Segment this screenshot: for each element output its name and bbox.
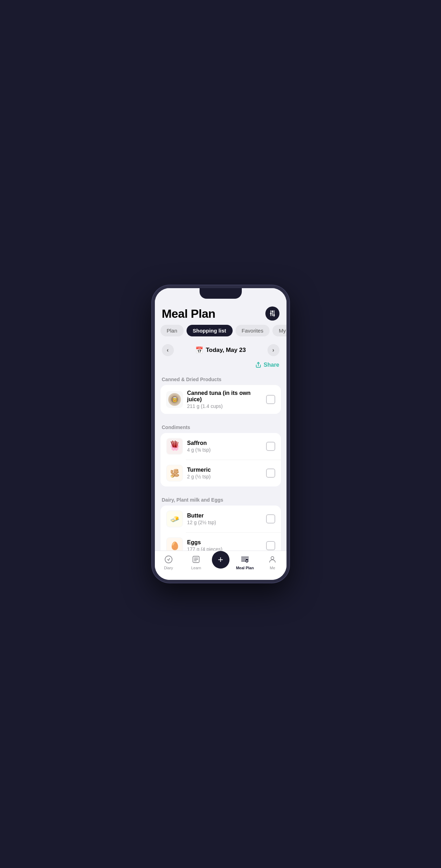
tab-shopping[interactable]: Shopping list bbox=[187, 325, 233, 336]
share-row: Share bbox=[155, 360, 286, 372]
checkbox-tuna[interactable] bbox=[266, 395, 275, 404]
add-button[interactable]: + bbox=[212, 551, 229, 569]
list-item: 🥫 Canned tuna (in its own juice) 211 g (… bbox=[160, 385, 281, 414]
item-text-butter: Butter 12 g (2½ tsp) bbox=[187, 513, 262, 525]
section-header-canned: Canned & Dried Products bbox=[155, 372, 286, 385]
item-text-tuna: Canned tuna (in its own juice) 211 g (1.… bbox=[187, 390, 262, 409]
item-image-butter: 🧈 bbox=[166, 510, 183, 527]
list-item: 🥚 Eggs 177 g (4 pieces) bbox=[160, 532, 281, 551]
header: Meal Plan bbox=[155, 304, 286, 325]
page-title: Meal Plan bbox=[162, 307, 215, 321]
phone-frame: Meal Plan Plan bbox=[152, 285, 289, 583]
card-canned: 🥫 Canned tuna (in its own juice) 211 g (… bbox=[160, 385, 281, 414]
card-condiments: 🌸 Saffron 4 g (¾ tsp) bbox=[160, 433, 281, 486]
item-text-turmeric: Turmeric 2 g (½ tsp) bbox=[187, 467, 262, 479]
item-name: Butter bbox=[187, 513, 262, 519]
me-icon bbox=[267, 554, 277, 564]
checkbox-eggs[interactable] bbox=[266, 541, 275, 550]
phone-notch bbox=[200, 288, 242, 299]
nav-label-mealplan: Meal Plan bbox=[236, 566, 254, 570]
item-name: Eggs bbox=[187, 539, 262, 546]
tab-plan[interactable]: Plan bbox=[160, 325, 184, 336]
section-header-condiments: Condiments bbox=[155, 420, 286, 433]
phone-screen: Meal Plan Plan bbox=[155, 288, 286, 580]
svg-text:🫚: 🫚 bbox=[170, 469, 179, 478]
svg-text:🥫: 🥫 bbox=[171, 397, 178, 403]
svg-text:🧈: 🧈 bbox=[170, 514, 179, 524]
nav-label-me: Me bbox=[270, 566, 275, 570]
checkbox-turmeric[interactable] bbox=[266, 469, 275, 478]
nav-item-mealplan[interactable]: Meal Plan bbox=[231, 554, 259, 570]
item-text-eggs: Eggs 177 g (4 pieces) bbox=[187, 539, 262, 551]
section-header-dairy: Dairy, Plant milk and Eggs bbox=[155, 492, 286, 506]
learn-icon bbox=[191, 554, 201, 564]
share-icon bbox=[255, 362, 262, 368]
item-text-saffron: Saffron 4 g (¾ tsp) bbox=[187, 440, 262, 453]
item-name: Turmeric bbox=[187, 467, 262, 473]
item-image-turmeric: 🫚 bbox=[166, 465, 183, 482]
nav-item-learn[interactable]: Learn bbox=[182, 554, 210, 570]
nav-label-diary: Diary bbox=[164, 566, 173, 570]
svg-point-28 bbox=[165, 556, 172, 563]
tab-myr[interactable]: My r bbox=[272, 325, 286, 336]
tab-favorites[interactable]: Favorites bbox=[235, 325, 270, 336]
share-button[interactable]: Share bbox=[255, 362, 279, 368]
item-image-tuna: 🥫 bbox=[166, 391, 183, 408]
item-amount: 12 g (2½ tsp) bbox=[187, 520, 262, 525]
date-navigation: ‹ 📅 Today, May 23 › bbox=[155, 341, 286, 360]
list-item: 🧈 Butter 12 g (2½ tsp) bbox=[160, 506, 281, 532]
settings-button[interactable] bbox=[265, 306, 279, 321]
checkbox-butter[interactable] bbox=[266, 514, 275, 523]
nav-item-add: + bbox=[210, 554, 231, 569]
item-amount: 2 g (½ tsp) bbox=[187, 474, 262, 479]
tabs-container: Plan Shopping list Favorites My r bbox=[155, 325, 286, 341]
mealplan-icon bbox=[240, 554, 250, 564]
content-scroll: Plan Shopping list Favorites My r ‹ 📅 bbox=[155, 325, 286, 551]
svg-text:🥚: 🥚 bbox=[170, 541, 179, 551]
item-name: Canned tuna (in its own juice) bbox=[187, 390, 262, 403]
card-dairy: 🧈 Butter 12 g (2½ tsp) 🥚 bbox=[160, 506, 281, 551]
checkbox-saffron[interactable] bbox=[266, 442, 275, 451]
item-image-saffron: 🌸 bbox=[166, 438, 183, 455]
item-amount: 177 g (4 pieces) bbox=[187, 546, 262, 551]
next-date-button[interactable]: › bbox=[267, 344, 279, 356]
list-item: 🌸 Saffron 4 g (¾ tsp) bbox=[160, 433, 281, 460]
item-image-eggs: 🥚 bbox=[166, 537, 183, 551]
prev-date-button[interactable]: ‹ bbox=[162, 344, 174, 356]
nav-item-diary[interactable]: Diary bbox=[155, 554, 183, 570]
nav-label-learn: Learn bbox=[191, 566, 201, 570]
list-item: 🫚 Turmeric 2 g (½ tsp) bbox=[160, 460, 281, 486]
settings-icon bbox=[269, 310, 276, 317]
item-amount: 211 g (1.4 cups) bbox=[187, 403, 262, 409]
item-amount: 4 g (¾ tsp) bbox=[187, 447, 262, 453]
item-name: Saffron bbox=[187, 440, 262, 446]
nav-item-me[interactable]: Me bbox=[259, 554, 286, 570]
diary-icon bbox=[164, 554, 174, 564]
calendar-icon: 📅 bbox=[195, 346, 203, 354]
date-display: 📅 Today, May 23 bbox=[195, 346, 246, 354]
bottom-navigation: Diary Learn + bbox=[155, 551, 286, 580]
svg-point-35 bbox=[271, 557, 274, 559]
